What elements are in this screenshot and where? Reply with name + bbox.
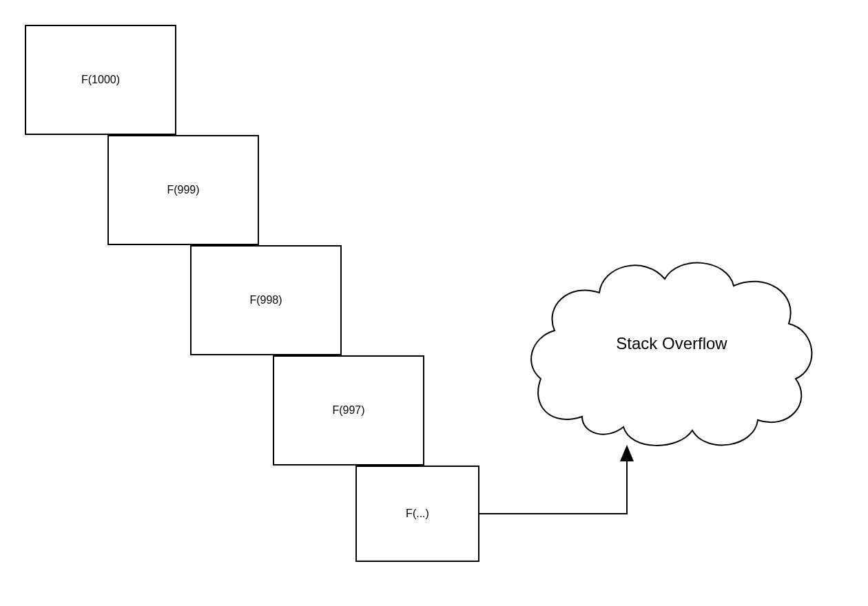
- stack-frame-box: F(...): [355, 466, 479, 562]
- stack-frame-box: F(998): [190, 245, 342, 355]
- stack-frame-label: F(997): [332, 404, 364, 417]
- stack-frame-box: F(999): [107, 135, 259, 245]
- stack-frame-label: F(999): [167, 184, 199, 196]
- cloud-label: Stack Overflow: [568, 334, 775, 353]
- stack-frame-label: F(1000): [81, 74, 120, 86]
- stack-frame-label: F(998): [249, 294, 282, 306]
- stack-frame-label: F(...): [406, 508, 429, 520]
- diagram-canvas: F(1000) F(999) F(998) F(997) F(...) Stac…: [0, 0, 868, 606]
- stack-frame-box: F(997): [273, 355, 424, 466]
- stack-frame-box: F(1000): [25, 25, 176, 135]
